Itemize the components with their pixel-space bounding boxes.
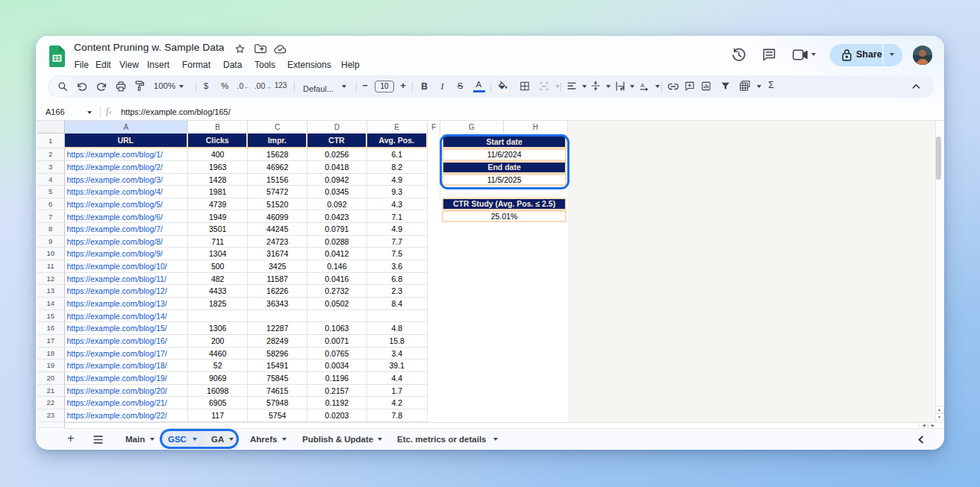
- svg-text:A: A: [640, 82, 645, 89]
